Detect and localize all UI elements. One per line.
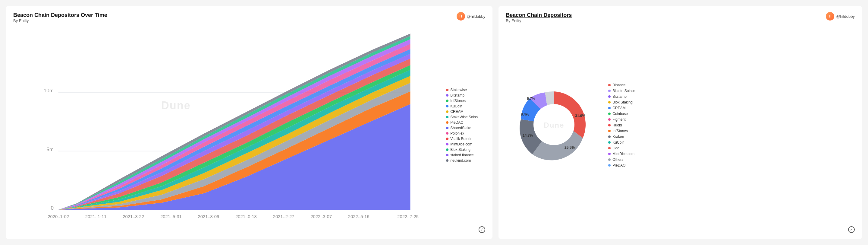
right-legend-label-bitstamp: Bitstamp [613,94,627,99]
right-legend-label-binance: Binance [613,83,625,87]
right-legend-item-infstones: InfStones [608,129,635,133]
right-author-badge: H @hildobby [826,12,855,21]
right-chart-card: Beacon Chain Depositors By Entity H @hil… [498,6,862,239]
legend-dot-neukind [446,159,448,162]
legend-item-cream: CREAM [446,110,485,114]
svg-text:2021..2-27: 2021..2-27 [273,214,294,219]
donut-center-circle [533,104,575,145]
legend-item-sharedstake: SharedStake [446,126,485,130]
svg-text:10m: 10m [44,88,54,93]
right-legend-dot-cream [608,107,611,109]
label-84: 8.4% [521,112,529,116]
right-legend-item-bitstamp: Bitstamp [608,94,635,99]
legend-item-neukind: neukind.com [446,158,485,163]
legend-dot-cream [446,110,448,113]
legend-dot-staked-finance [446,154,448,156]
legend-label-bitstamp: Bitstamp [450,93,464,98]
right-legend-label-coinbase: Coinbase [613,112,628,116]
legend-item-blox: Blox Staking [446,147,485,152]
legend-item-mintdice: MintDice.com [446,142,485,146]
label-67: 6.7% [527,97,535,101]
right-legend-label-mintdice: MintDice.com [613,152,634,156]
right-author-avatar: H [826,12,834,21]
left-card-header: Beacon Chain Depositors Over Time By Ent… [13,12,485,25]
right-legend-item-kucoin: KuCoin [608,140,635,144]
left-chart-svg-container: Dune 0 5m 10m [13,27,441,224]
legend-label-infstones: InfStones [450,99,466,103]
right-legend-dot-blox [608,101,611,104]
right-legend-item-blox: Blox Staking [608,100,635,104]
right-legend-item-lido: Lido [608,146,635,150]
legend-label-cream: CREAM [450,110,463,114]
right-legend-label-huobi: Huobi [613,123,622,127]
right-legend-item-coinbase: Coinbase [608,112,635,116]
right-legend-dot-coinbase [608,112,611,115]
right-legend-item-huobi: Huobi [608,123,635,127]
right-legend-dot-mintdice [608,153,611,155]
right-legend-item-others: Others [608,158,635,162]
right-chart-body: Dune [506,27,855,224]
legend-dot-bitstamp [446,94,448,97]
right-legend-label-cream: CREAM [613,106,625,110]
legend-item-poloniex: Poloniex [446,131,485,135]
legend-dot-piedao [446,121,448,124]
legend-item-stakewise: Stakewise [446,88,485,92]
legend-item-staked-finance: staked.finance [446,153,485,157]
right-legend-label-kraken: Kraken [613,135,624,139]
right-legend-label-infstones: InfStones [613,129,628,133]
left-chart-card: Beacon Chain Depositors Over Time By Ent… [6,6,493,239]
svg-text:2021..5-31: 2021..5-31 [160,214,182,219]
legend-label-sharedstake: SharedStake [450,126,471,130]
left-chart-title: Beacon Chain Depositors Over Time [13,12,107,19]
right-legend-item-bitcoin-suisse: Bitcoin Suisse [608,89,635,93]
legend-label-piedao: PieDAO [450,120,463,125]
right-legend-label-blox: Blox Staking [613,100,632,104]
left-author-avatar: H [457,12,465,21]
legend-label-blox: Blox Staking [450,147,470,152]
right-legend-label-figment: Figment [613,117,625,121]
svg-text:2020..1-02: 2020..1-02 [48,214,69,219]
left-chart-subtitle: By Entity [13,19,107,23]
svg-text:2022..7-25: 2022..7-25 [397,214,418,219]
right-legend-dot-lido [608,147,611,149]
right-legend-dot-kucoin [608,141,611,144]
right-legend-dot-infstones [608,130,611,132]
right-legend-dot-bitcoin-suisse [608,90,611,92]
svg-text:5m: 5m [46,147,54,153]
legend-dot-mintdice [446,143,448,145]
right-legend: Binance Bitcoin Suisse Bitstamp Blox Sta… [608,83,635,167]
right-author-name: @hildobby [836,14,855,19]
legend-label-mintdice: MintDice.com [450,142,472,146]
right-legend-item-piedao: PieDAO [608,163,635,167]
right-legend-item-kraken: Kraken [608,135,635,139]
svg-text:2022..5-16: 2022..5-16 [348,214,370,219]
svg-text:2021..8-09: 2021..8-09 [198,214,219,219]
left-area-chart: 0 5m 10m [13,27,441,224]
legend-label-stakewise: Stakewise [450,88,467,92]
legend-dot-sharedstake [446,127,448,129]
left-legend: Stakewise Bitstamp InfStones KuCoin CREA… [446,27,485,224]
label-31: 31.0% [575,114,585,118]
legend-label-stakewise-solos: StakeWise Solos [450,115,478,119]
right-legend-dot-huobi [608,124,611,127]
right-legend-item-binance: Binance [608,83,635,87]
svg-text:2021..0-18: 2021..0-18 [236,214,257,219]
right-legend-label-bitcoin-suisse: Bitcoin Suisse [613,89,635,93]
legend-item-piedao: PieDAO [446,120,485,125]
legend-label-staked-finance: staked.finance [450,153,473,157]
legend-item-vitalik: Vitalik Buterin [446,137,485,141]
svg-text:2021..1-11: 2021..1-11 [85,214,107,219]
svg-text:2022..3-07: 2022..3-07 [310,214,332,219]
legend-dot-stakewise-solos [446,116,448,118]
right-legend-dot-kraken [608,135,611,138]
legend-item-kucoin: KuCoin [446,104,485,108]
left-chart-footer: ✓ [13,226,485,233]
svg-text:0: 0 [51,205,54,211]
donut-chart-container: Dune [506,76,602,174]
legend-item-bitstamp: Bitstamp [446,93,485,98]
legend-dot-blox [446,148,448,151]
legend-dot-poloniex [446,132,448,135]
left-author-name: @hildobby [467,14,486,19]
label-255: 25.5% [564,145,575,149]
right-legend-label-lido: Lido [613,146,619,150]
